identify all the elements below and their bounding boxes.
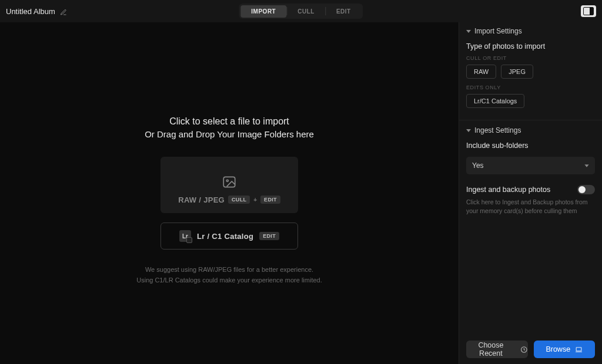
section-title: Import Settings [474, 27, 522, 35]
topbar: Untitled Album Import Cull Edit [0, 0, 602, 22]
sidebar-icon [583, 7, 594, 15]
type-of-photos-label: Type of photos to import [466, 42, 595, 50]
section-import-settings[interactable]: Import Settings [466, 27, 595, 35]
svg-rect-0 [223, 177, 235, 187]
chevron-down-icon [466, 30, 471, 33]
drop-zone[interactable]: Click to select a file to import Or Drag… [0, 22, 459, 364]
main: Click to select a file to import Or Drag… [0, 22, 602, 364]
pill-edit: Edit [260, 196, 280, 204]
laptop-icon [575, 346, 583, 353]
lightroom-icon: Lr [179, 230, 191, 242]
tile-raw-label-row: RAW / JPEG Cull + Edit [178, 196, 280, 204]
ingest-backup-row: Ingest and backup photos [466, 185, 595, 194]
chevron-down-icon [584, 164, 588, 167]
import-hint: We suggest using RAW/JPEG files for a be… [136, 265, 322, 285]
tab-edit[interactable]: Edit [326, 5, 362, 18]
select-value: Yes [472, 161, 484, 170]
ingest-backup-label: Ingest and backup photos [466, 186, 550, 194]
choose-recent-button[interactable]: Choose Recent [466, 341, 528, 358]
ingest-backup-helper: Click here to Ingest and Backup photos f… [466, 198, 595, 215]
panel-toggle-button[interactable] [581, 5, 596, 17]
tile-raw-jpeg[interactable]: RAW / JPEG Cull + Edit [160, 157, 298, 213]
hint-line: Using C1/LR Catalogs could make your exp… [136, 275, 322, 286]
album-title: Untitled Album [6, 7, 55, 16]
chip-raw[interactable]: RAW [466, 65, 496, 79]
pill-cull: Cull [228, 196, 250, 204]
sidebar-footer: Choose Recent Browse [466, 335, 595, 358]
hint-line: We suggest using RAW/JPEG files for a be… [136, 265, 322, 275]
tab-cull[interactable]: Cull [287, 5, 325, 18]
album-title-wrap[interactable]: Untitled Album [6, 7, 67, 16]
cull-or-edit-meta: Cull or Edit [466, 55, 595, 61]
plus-icon: + [253, 197, 257, 203]
pill-edit: Edit [259, 232, 279, 240]
chip-catalogs[interactable]: Lr/C1 Catalogs [466, 94, 524, 108]
tile-catalog[interactable]: Lr Lr / C1 Catalog Edit [160, 223, 298, 250]
sidebar: Import Settings Type of photos to import… [459, 22, 602, 364]
import-subhead: Or Drag and Drop Your Image Folders here [145, 129, 314, 139]
include-subfolders-select[interactable]: Yes [466, 157, 595, 174]
ingest-backup-toggle[interactable] [577, 185, 595, 194]
image-icon [221, 174, 238, 190]
browse-button[interactable]: Browse [534, 341, 596, 358]
divider [459, 120, 602, 120]
tile-catalog-label: Lr / C1 Catalog [197, 232, 253, 241]
include-subfolders-label: Include sub-folders [466, 141, 595, 150]
section-ingest-settings[interactable]: Ingest Settings [466, 126, 595, 134]
chip-row-cull-edit: RAW JPEG [466, 65, 595, 79]
chip-jpeg[interactable]: JPEG [501, 65, 533, 79]
tab-import[interactable]: Import [240, 5, 286, 18]
svg-rect-3 [576, 347, 581, 350]
button-label: Choose Recent [466, 341, 516, 358]
edits-only-meta: Edits Only [466, 85, 595, 90]
tile-raw-label: RAW / JPEG [178, 196, 225, 204]
mode-tabs: Import Cull Edit [239, 4, 363, 19]
svg-point-1 [226, 180, 228, 181]
import-headline: Click to select a file to import [169, 116, 289, 127]
button-label: Browse [546, 345, 570, 353]
chevron-down-icon [466, 129, 471, 132]
chip-row-edits-only: Lr/C1 Catalogs [466, 94, 595, 108]
edit-icon [60, 8, 67, 15]
clock-icon [520, 346, 528, 353]
section-title: Ingest Settings [474, 126, 521, 134]
